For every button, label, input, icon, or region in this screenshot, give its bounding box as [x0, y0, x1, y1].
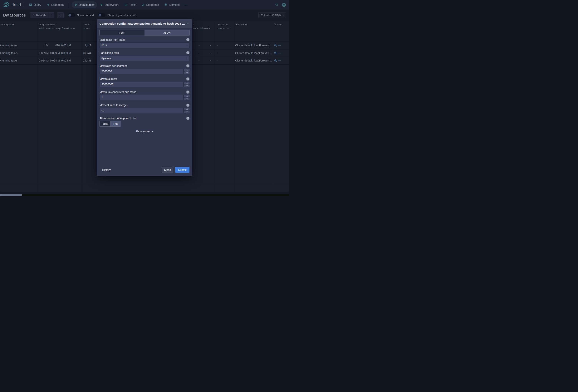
info-icon[interactable]: i	[186, 38, 190, 41]
cell-hidden-value: -	[196, 49, 199, 57]
allow-concurrent-append-tasks-option-false[interactable]: False	[99, 121, 110, 126]
refresh-label: Refresh	[36, 14, 46, 17]
nav-more-button[interactable]: •••	[182, 4, 189, 6]
number-control: -1	[99, 108, 190, 113]
max-num-concurrent-sub-tasks-input[interactable]: 1	[99, 95, 184, 100]
nav-item-segments[interactable]: Segments	[139, 1, 161, 8]
column-header-line: Left to be	[217, 23, 229, 26]
row-more-actions-icon[interactable]: •••	[279, 49, 281, 57]
stepper-down-button[interactable]	[185, 71, 190, 74]
max-total-rows-input[interactable]: 20000000	[99, 82, 184, 87]
logo-text: druid	[11, 2, 21, 7]
cell-retention[interactable]: Cluster default: loadForever(…	[235, 42, 272, 49]
max-rows-per-segment-input[interactable]: 5000000	[99, 69, 184, 74]
chevron-down-icon: ▾	[283, 14, 284, 16]
magnifier-icon[interactable]	[274, 44, 277, 48]
column-header-line: Segment rows	[39, 23, 75, 26]
submit-button[interactable]: Submit	[175, 167, 190, 173]
segment-timeline-toggle[interactable]	[98, 13, 105, 17]
history-button[interactable]: History	[102, 168, 111, 171]
show-unused-toggle[interactable]	[68, 13, 75, 17]
horizontal-scrollbar[interactable]	[0, 194, 289, 196]
info-icon[interactable]: i	[186, 51, 190, 54]
nav-item-tasks[interactable]: Tasks	[122, 1, 139, 8]
nav-item-label: Tasks	[129, 3, 136, 6]
datasources-icon	[74, 3, 77, 6]
row-more-actions-icon[interactable]: •••	[279, 42, 281, 49]
stepper-up-button[interactable]	[185, 69, 190, 71]
column-header[interactable]: Actions	[274, 23, 282, 26]
info-icon[interactable]: i	[186, 117, 190, 120]
druid-logo-icon	[3, 1, 10, 8]
dialog-title: Compaction config: autocompaction-dynami…	[99, 22, 185, 25]
gear-icon[interactable]: ⚙	[275, 3, 279, 7]
info-icon[interactable]: i	[186, 64, 190, 67]
cell-hidden-value: -	[196, 42, 199, 49]
column-header[interactable]: dents / intervals	[192, 23, 210, 30]
magnifier-icon[interactable]	[274, 59, 277, 63]
info-icon[interactable]: i	[186, 103, 190, 107]
column-header-line: ents / intervals	[193, 26, 210, 30]
cell-hidden-value: -	[214, 57, 218, 64]
field-label: Allow concurrent append tasks	[99, 117, 136, 120]
row-more-actions-icon[interactable]: •••	[279, 57, 281, 64]
stepper-up-button[interactable]	[185, 82, 190, 84]
column-header[interactable]: Running tasks	[0, 23, 15, 26]
datasources-more-button[interactable]: •••	[57, 12, 64, 18]
nav-item-query[interactable]: Query	[27, 1, 44, 8]
horizontal-scrollbar-thumb[interactable]	[0, 194, 22, 196]
close-button[interactable]: Close	[162, 167, 174, 173]
close-icon[interactable]: ×	[185, 21, 191, 26]
cell-retention[interactable]: Cluster default: loadForever(…	[235, 57, 272, 64]
field-label-row: Max columns to mergei	[99, 103, 190, 107]
field-label: Partitioning type	[99, 51, 119, 54]
dialog-body: Form JSON Skip offset from latestiP1D▾Pa…	[97, 28, 192, 165]
show-unused-label: Show unused	[77, 14, 94, 17]
number-steppers	[185, 95, 190, 100]
tab-json[interactable]: JSON	[144, 30, 190, 36]
skip-offset-from-latest-select[interactable]: P1D▾	[99, 43, 190, 48]
druid-logo[interactable]: druid	[3, 1, 21, 8]
help-icon[interactable]: ?	[282, 3, 286, 7]
column-header[interactable]: Totalrows	[84, 23, 90, 30]
cell-running-tasks: 0 running tasks	[0, 57, 32, 64]
select-value: P1D	[101, 44, 107, 47]
number-control: 1	[99, 95, 190, 100]
nav-divider	[24, 2, 24, 7]
nav-item-label: Query	[34, 3, 41, 6]
columns-label: Columns (14/16)	[261, 14, 281, 17]
field-label-row: Skip offset from latesti	[99, 38, 190, 41]
number-control: 5000000	[99, 69, 190, 74]
column-header[interactable]: Left to becompacted	[217, 23, 229, 30]
segment-timeline-label: Show segment timeline	[107, 14, 136, 17]
stepper-down-button[interactable]	[185, 98, 190, 100]
allow-concurrent-append-tasks-option-true[interactable]: True	[110, 121, 121, 126]
column-header[interactable]: Retention	[236, 23, 247, 26]
info-icon[interactable]: i	[186, 91, 190, 94]
magnifier-icon[interactable]	[274, 51, 277, 55]
nav-item-services[interactable]: Services	[162, 1, 182, 8]
top-navbar: druid QueryLoad data DatasourcesSupervis…	[0, 0, 289, 10]
columns-dropdown-button[interactable]: Columns (14/16) ▾	[258, 12, 286, 18]
stepper-down-button[interactable]	[185, 111, 190, 113]
stepper-down-button[interactable]	[185, 85, 190, 87]
info-icon[interactable]: i	[186, 77, 190, 81]
refresh-button[interactable]: ↻ Refresh	[30, 12, 48, 18]
max-columns-to-merge-input[interactable]: -1	[99, 108, 184, 113]
nav-item-supervisors[interactable]: Supervisors	[97, 1, 122, 8]
tab-form[interactable]: Form	[99, 30, 144, 36]
column-header-line: rows	[84, 26, 90, 30]
field-label: Skip offset from latest	[99, 38, 125, 41]
column-header[interactable]: Segment rowsminimum / average / maximum	[39, 23, 75, 30]
show-more-button[interactable]: Show more	[99, 130, 190, 133]
cell-retention[interactable]: Cluster default: loadForever(…	[235, 49, 272, 57]
stepper-up-button[interactable]	[185, 108, 190, 110]
field-label: Max rows per segment	[99, 64, 127, 67]
nav-item-load-data[interactable]: Load data	[44, 1, 66, 8]
stepper-up-button[interactable]	[185, 95, 190, 97]
refresh-interval-dropdown[interactable]: ▾	[48, 12, 54, 18]
nav-item-datasources[interactable]: Datasources	[72, 1, 97, 8]
toggle-knob	[98, 14, 101, 16]
cell-hidden-value: -	[196, 57, 199, 64]
partitioning-type-select[interactable]: dynamic▾	[99, 55, 190, 61]
